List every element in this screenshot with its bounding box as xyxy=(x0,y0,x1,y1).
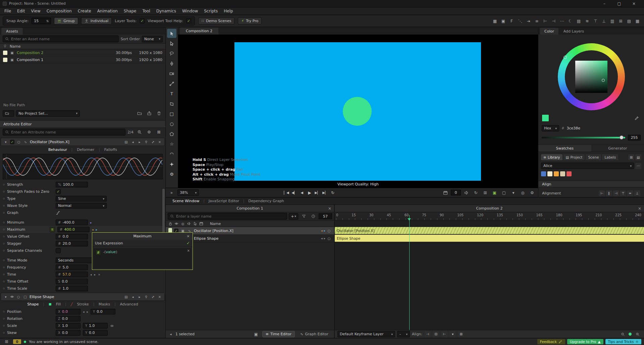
align-bottom-button[interactable]: ⊥ xyxy=(634,190,640,196)
prev-keyframe-icon[interactable]: ◂ xyxy=(90,273,92,276)
wave-style-select[interactable]: Normal▾ xyxy=(56,203,107,209)
attribute-settings-button[interactable]: ⚙ xyxy=(145,128,153,136)
keyframe-assistant-icon[interactable]: F xyxy=(508,17,516,25)
hex-value[interactable]: 3ce38e xyxy=(567,126,580,130)
menu-edit[interactable]: Edit xyxy=(14,8,28,14)
maximize-button[interactable]: ▢ xyxy=(612,0,627,7)
lasso-tool[interactable] xyxy=(167,49,176,58)
open-folder-button[interactable] xyxy=(136,110,143,117)
zoom-slider-handle[interactable] xyxy=(629,333,632,336)
next-keyframe-icon[interactable]: ▸ xyxy=(87,310,89,313)
composition-tab[interactable]: Composition 1 xyxy=(166,206,334,211)
frame-view-button[interactable]: ▣ xyxy=(252,331,260,338)
saturation-marker[interactable] xyxy=(602,79,605,82)
solo-circle-icon[interactable]: ○ xyxy=(16,140,21,144)
render-icon[interactable] xyxy=(441,189,449,196)
strength-fades-checkbox[interactable]: ✓ xyxy=(56,189,61,194)
menu-create[interactable]: Create xyxy=(75,8,94,14)
prev-arrow-icon[interactable]: ◂ xyxy=(130,140,135,144)
star-tool[interactable]: ☆ xyxy=(167,139,176,149)
try-pro-button[interactable]: ⚡Try Pro xyxy=(238,17,262,24)
assets-panel-tab[interactable]: Assets xyxy=(1,28,23,35)
grid-view-button[interactable]: ⊞ xyxy=(628,154,634,160)
tool-settings[interactable]: ⚙ xyxy=(167,170,176,179)
time-editor-button[interactable]: ≡Time Editor xyxy=(262,331,295,337)
close-button[interactable]: × xyxy=(627,0,641,7)
maximum-field[interactable]: #400.0 xyxy=(57,227,90,232)
expression-pi-icon[interactable]: π xyxy=(50,227,55,232)
align-options-button[interactable]: ▾ xyxy=(449,331,456,337)
palette-select[interactable]: Alice▾ xyxy=(541,163,634,169)
loop-button[interactable]: ↻ xyxy=(329,189,336,196)
tab-add-layers[interactable]: Add Layers xyxy=(559,28,588,35)
panel-layout-icon[interactable]: ▣ xyxy=(499,17,507,25)
oscillator-enabled-checkbox[interactable]: ✓ xyxy=(10,140,14,144)
audio-button[interactable] xyxy=(463,189,470,196)
next-keyframe-icon[interactable]: ▸ xyxy=(324,237,325,240)
swatch-orange[interactable] xyxy=(554,171,559,176)
viewport-canvas[interactable]: Hold S Direct Layer Selection Space Play… xyxy=(178,35,538,188)
add-layer-button[interactable]: +▾ xyxy=(289,213,298,220)
tab-falloffs[interactable]: Falloffs xyxy=(104,148,117,152)
tips-and-tricks-button[interactable]: Tips and Tricks☼ xyxy=(605,339,641,344)
filmstrip-button[interactable]: ▣ xyxy=(491,189,498,196)
ellipse-shape-layer[interactable] xyxy=(343,97,372,126)
align-start-button[interactable]: ⊣ xyxy=(424,331,431,337)
assets-search-input[interactable] xyxy=(11,37,116,41)
alpha-slider-handle[interactable] xyxy=(620,135,624,139)
tab-fill[interactable]: Fill xyxy=(56,302,61,306)
prev-keyframe-icon[interactable]: ◂ xyxy=(321,229,323,232)
zoom-out-button[interactable] xyxy=(619,331,627,338)
layer-tools-checkbox[interactable]: ✓ xyxy=(140,18,145,23)
asset-name[interactable]: Composition 1 xyxy=(17,58,43,62)
list-view-button[interactable]: ▤ xyxy=(635,154,641,160)
oscillator-header[interactable]: ▾ ✓ ○ ∿ Oscillator [Position.X] ▤ ◂ ▸ ⚲ … xyxy=(1,138,165,146)
ellipse-tool[interactable]: ○ xyxy=(167,119,176,128)
swatch-tan[interactable] xyxy=(560,171,565,176)
tab-stroke[interactable]: Stroke xyxy=(77,302,89,306)
strength-field[interactable]: %100.0 xyxy=(56,182,88,187)
menu-scripts[interactable]: Scripts xyxy=(201,8,221,14)
playhead-line[interactable] xyxy=(409,215,410,330)
solo-circle-icon[interactable]: ○ xyxy=(16,295,21,299)
asset-name[interactable]: Composition 2 xyxy=(17,51,43,55)
menu-file[interactable]: File xyxy=(1,8,14,14)
expand-icon[interactable]: ↔ xyxy=(150,294,156,300)
direct-select-tool[interactable] xyxy=(167,39,176,48)
menu-help[interactable]: Help xyxy=(221,8,236,14)
assets-search-box[interactable] xyxy=(3,36,119,42)
rows-icon[interactable]: ▤ xyxy=(575,17,583,25)
zoom-search-button[interactable] xyxy=(136,128,143,136)
hue-marker[interactable] xyxy=(564,56,567,59)
keyframe-mode-select[interactable]: -▾ xyxy=(397,331,410,337)
next-keyframe-icon[interactable]: ▸ xyxy=(96,228,98,231)
close-icon[interactable]: × xyxy=(157,140,162,144)
expand-tools-icon[interactable]: » xyxy=(168,189,175,196)
align-top-button[interactable]: ⊤ xyxy=(620,190,626,196)
current-color-swatch[interactable] xyxy=(542,114,549,122)
alpha-value-box[interactable]: 255 xyxy=(628,135,641,140)
align-center-h-button[interactable]: ∥ xyxy=(606,190,612,196)
align-top-icon[interactable]: ⊤ xyxy=(592,17,599,25)
align-lines-icon[interactable]: ≡ xyxy=(533,17,541,25)
arc-tool[interactable]: ◠ xyxy=(167,150,176,159)
tab-scene-window[interactable]: Scene Window xyxy=(170,197,202,205)
minimize-button[interactable]: – xyxy=(597,0,612,7)
swatch-cream[interactable] xyxy=(547,171,552,176)
library-button[interactable]: ≡Library xyxy=(541,154,562,160)
prev-keyframe-icon[interactable]: ◂ xyxy=(321,237,323,240)
menu-window[interactable]: Window xyxy=(179,8,201,14)
asset-row[interactable]: ▣ Composition 2 30.00fps 1920 x 1080 xyxy=(0,49,165,56)
popup-close-button[interactable]: × xyxy=(185,233,191,240)
playhead-marker[interactable] xyxy=(408,218,411,221)
collapse-chevron-icon[interactable]: ▾ xyxy=(3,140,8,144)
pen-tool[interactable] xyxy=(167,59,176,68)
project-set-select[interactable]: No Project Set...▾ xyxy=(16,110,80,117)
position-x-field[interactable]: X0.0 xyxy=(56,309,80,314)
upgrade-to-pro-button[interactable]: Upgrade to Pro▲ xyxy=(567,339,603,344)
console-grid-icon[interactable]: ⊞ xyxy=(3,338,10,345)
header-menu-icon[interactable]: ▤ xyxy=(124,140,128,144)
pin-icon[interactable]: ⚲ xyxy=(144,140,149,144)
close-icon[interactable]: × xyxy=(637,205,643,212)
view-options-button[interactable]: ▾ xyxy=(509,189,517,196)
